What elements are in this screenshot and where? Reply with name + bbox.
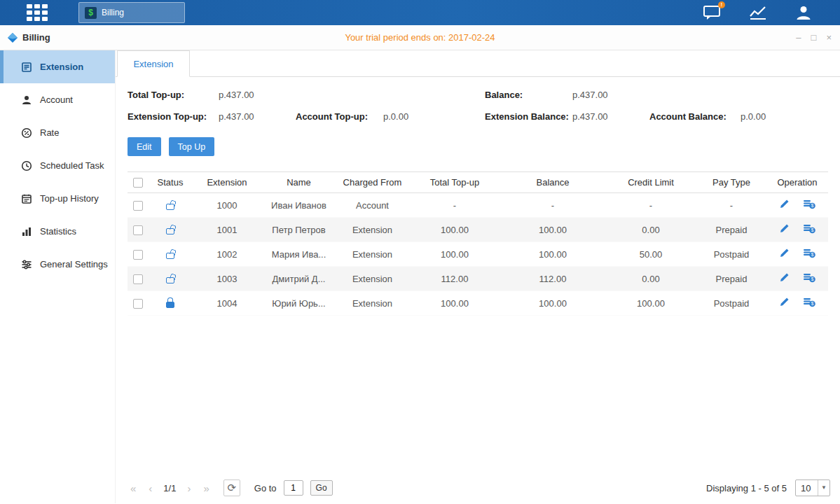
balance-value: p.437.00 [572, 90, 608, 100]
topup-icon[interactable]: $ [804, 199, 815, 211]
cell-balance: 112.00 [500, 267, 605, 291]
status-lock-icon [166, 204, 174, 210]
page-size-value: 10 [796, 483, 818, 493]
first-page-button[interactable]: « [128, 482, 139, 494]
svg-text:$: $ [811, 276, 814, 281]
edit-icon[interactable] [779, 223, 790, 236]
cell-charged-from: Account [336, 193, 409, 218]
reports-chart-icon[interactable] [749, 5, 767, 20]
cell-extension: 1003 [192, 267, 262, 291]
account-topup-label: Account Top-up: [296, 111, 368, 122]
top-up-button[interactable]: Top Up [169, 137, 215, 156]
sidebar-item-extension[interactable]: Extension [0, 50, 115, 83]
row-checkbox[interactable] [133, 250, 143, 260]
tab-extension[interactable]: Extension [117, 50, 190, 77]
cell-balance: - [500, 193, 605, 218]
topup-icon[interactable]: $ [804, 272, 815, 285]
cell-name: Петр Петров [262, 218, 336, 242]
cell-name: Юрий Юрь... [262, 291, 336, 316]
user-account-icon[interactable] [795, 4, 812, 21]
balance-label: Balance: [485, 90, 523, 100]
topup-icon[interactable]: $ [804, 223, 815, 236]
cell-credit-limit: 50.00 [605, 242, 696, 267]
sidebar-item-general-settings[interactable]: General Settings [0, 248, 115, 281]
sidebar-item-account[interactable]: Account [0, 83, 115, 116]
cell-balance: 100.00 [500, 218, 605, 242]
row-checkbox[interactable] [133, 274, 143, 284]
page-size-select[interactable]: 10 ▼ [795, 479, 830, 496]
cell-name: Иван Иванов [262, 193, 336, 218]
topup-icon[interactable]: $ [804, 297, 815, 309]
prev-page-button[interactable]: ‹ [146, 482, 155, 494]
goto-label: Go to [254, 483, 277, 493]
cell-credit-limit: 0.00 [605, 218, 696, 242]
row-checkbox[interactable] [133, 225, 143, 235]
displaying-text: Displaying 1 - 5 of 5 [706, 483, 787, 493]
billing-dollar-icon: $ [85, 7, 97, 19]
messages-icon[interactable]: ! [703, 5, 721, 20]
cell-credit-limit: - [605, 193, 696, 218]
close-button[interactable]: × [826, 33, 832, 43]
account-balance-label: Account Balance: [649, 111, 727, 122]
sidebar-item-label: General Settings [40, 259, 108, 270]
cell-charged-from: Extension [336, 291, 409, 316]
cell-extension: 1002 [192, 242, 262, 267]
sidebar-item-label: Account [40, 94, 73, 105]
sidebar-item-label: Statistics [40, 226, 76, 237]
go-button[interactable]: Go [310, 480, 333, 496]
sidebar-item-label: Extension [40, 62, 83, 72]
page-indicator: 1/1 [162, 483, 177, 493]
settings-sliders-icon [21, 259, 32, 270]
sidebar-item-statistics[interactable]: Statistics [0, 215, 115, 248]
topup-icon[interactable]: $ [804, 248, 815, 260]
cell-credit-limit: 100.00 [605, 291, 696, 316]
edit-button[interactable]: Edit [128, 137, 161, 156]
clock-icon [21, 160, 32, 172]
cell-credit-limit: 0.00 [605, 267, 696, 291]
account-balance-value: p.0.00 [741, 111, 766, 122]
goto-page-input[interactable] [284, 480, 303, 496]
cell-extension: 1004 [192, 291, 262, 316]
col-header-extension: Extension [192, 172, 262, 193]
edit-icon[interactable] [779, 248, 790, 260]
minimize-button[interactable]: – [796, 33, 801, 43]
sidebar-item-scheduled-task[interactable]: Scheduled Task [0, 149, 115, 182]
taskbar-tab-billing[interactable]: $ Billing [78, 2, 185, 23]
extension-balance-value: p.437.00 [572, 111, 608, 122]
status-lock-icon [166, 302, 174, 308]
cell-charged-from: Extension [336, 267, 409, 291]
maximize-button[interactable]: □ [811, 33, 817, 43]
col-header-operation: Operation [766, 172, 828, 193]
billing-summary: Total Top-up: p.437.00 Balance: p.437.00… [128, 90, 828, 123]
col-header-credit-limit: Credit Limit [605, 172, 696, 193]
account-topup-value: p.0.00 [383, 111, 408, 122]
cell-total-topup: - [409, 193, 500, 218]
col-header-balance: Balance [500, 172, 605, 193]
next-page-button[interactable]: › [184, 482, 193, 494]
cell-name: Мария Ива... [262, 242, 336, 267]
last-page-button[interactable]: » [200, 482, 212, 494]
edit-icon[interactable] [779, 297, 790, 309]
trial-notice: Your trial period ends on: 2017-02-24 [0, 32, 840, 43]
refresh-button[interactable]: ⟳ [223, 479, 240, 496]
row-checkbox[interactable] [133, 299, 143, 309]
extension-topup-value: p.437.00 [219, 111, 254, 122]
select-all-checkbox[interactable] [133, 178, 143, 188]
history-calendar-icon [21, 193, 32, 204]
svg-text:$: $ [811, 227, 814, 232]
apps-grid-icon[interactable] [27, 4, 48, 21]
cell-pay-type: Prepaid [696, 218, 766, 242]
tab-strip: Extension [116, 50, 840, 77]
cell-total-topup: 100.00 [409, 242, 500, 267]
cell-balance: 100.00 [500, 242, 605, 267]
desktop-topbar: $ Billing ! [0, 0, 840, 25]
sidebar-item-topup-history[interactable]: Top-up History [0, 182, 115, 215]
col-header-status: Status [149, 172, 192, 193]
sidebar-item-rate[interactable]: Rate [0, 116, 115, 149]
sidebar: Extension Account Rate Scheduled Task [0, 50, 116, 503]
edit-icon[interactable] [779, 199, 790, 211]
edit-icon[interactable] [779, 272, 790, 285]
extension-balance-label: Extension Balance: [485, 111, 569, 122]
row-checkbox[interactable] [133, 201, 143, 211]
status-lock-icon [166, 253, 174, 259]
